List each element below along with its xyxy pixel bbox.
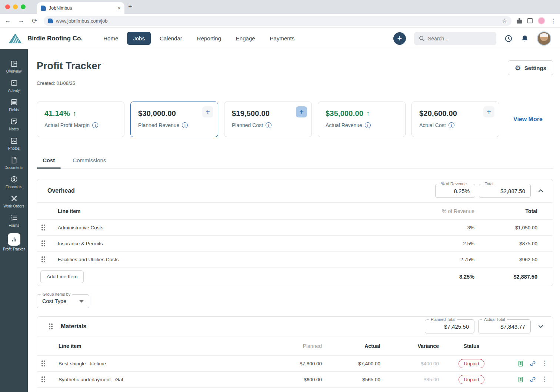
tab-close-icon[interactable]: ×: [118, 5, 121, 11]
add-line-item-button[interactable]: Add Line Item: [40, 270, 84, 283]
collapse-chevron-down-icon[interactable]: [537, 322, 545, 330]
bookmark-star-icon[interactable]: ☆: [502, 17, 507, 24]
profit-tracker-page: Profit Tracker ⚙ Settings Created: 01/08…: [28, 49, 560, 392]
metric-card-planned-revenue[interactable]: $30,000.00 Planned Revenuei +: [130, 102, 218, 137]
extensions-icon[interactable]: [517, 18, 522, 24]
add-actual-cost-button[interactable]: +: [483, 106, 494, 117]
close-window-button[interactable]: [5, 4, 10, 9]
cost-commissions-tabs: Cost Commissions: [37, 153, 553, 169]
row-menu-icon[interactable]: ⋮: [541, 362, 548, 365]
materials-row[interactable]: Best shingle - lifetime $7,800.00 $7,400…: [37, 355, 553, 371]
view-more-link[interactable]: View More: [513, 116, 543, 123]
back-icon[interactable]: ←: [4, 17, 12, 24]
user-avatar[interactable]: [537, 31, 551, 46]
notifications-bell-icon[interactable]: [521, 34, 529, 43]
sidebar-item-profit-tracker[interactable]: Profit Tracker: [0, 233, 28, 251]
sidebar-item-fields[interactable]: Fields: [0, 98, 28, 112]
nav-home[interactable]: Home: [97, 32, 124, 45]
link-icon[interactable]: [529, 360, 536, 367]
nav-payments[interactable]: Payments: [264, 32, 301, 45]
metric-card-actual-revenue[interactable]: $35,000.00↑ Actual Revenuei: [318, 102, 406, 137]
search-input[interactable]: [428, 36, 487, 41]
overhead-total-field[interactable]: Total $2,887.50: [479, 184, 531, 198]
info-icon[interactable]: i: [365, 122, 371, 128]
info-icon[interactable]: i: [266, 122, 271, 128]
metric-card-actual-cost[interactable]: $20,600.00 Actual Costi +: [411, 102, 499, 137]
drag-handle-icon[interactable]: [49, 323, 53, 329]
tab-commissions[interactable]: Commissions: [67, 153, 112, 168]
page-title: Profit Tracker: [37, 60, 101, 72]
materials-planned-total-field[interactable]: Planned Total $7,425.50: [425, 319, 474, 333]
drag-handle-icon[interactable]: [41, 361, 45, 366]
group-items-by-select[interactable]: Group Items by Cost Type: [37, 294, 89, 308]
drag-handle-icon[interactable]: [41, 240, 45, 246]
materials-row[interactable]: 1.5in Glvnzd Nls $44.04 $49.04 $(-5.00) …: [37, 387, 553, 392]
add-planned-cost-button[interactable]: +: [296, 106, 307, 117]
nav-calendar[interactable]: Calendar: [154, 32, 188, 45]
browser-menu-icon[interactable]: ⋮: [550, 17, 556, 24]
search-bar[interactable]: [414, 32, 496, 45]
forward-icon[interactable]: →: [17, 17, 25, 24]
sidebar-item-documents[interactable]: Documents: [0, 156, 28, 170]
materials-actual-total-field[interactable]: Actual Total $7,843.77: [478, 319, 531, 333]
metric-card-actual-profit-margin[interactable]: 41.14%↑ Actual Profit Margini: [37, 102, 124, 137]
zoom-window-button[interactable]: [21, 4, 26, 9]
sidebar-item-forms[interactable]: Forms: [0, 214, 28, 227]
metric-value: $30,000.00: [138, 109, 176, 117]
col-status: Status: [439, 343, 504, 349]
collapse-chevron-up-icon[interactable]: [537, 187, 545, 195]
receipt-icon[interactable]: [517, 360, 524, 367]
tab-groups-icon[interactable]: [527, 18, 533, 23]
col-pct-revenue: % of Revenue: [415, 208, 474, 214]
receipt-icon[interactable]: [517, 376, 524, 383]
sidebar-item-notes[interactable]: Notes: [0, 117, 28, 131]
settings-button[interactable]: ⚙ Settings: [508, 60, 553, 75]
overhead-row[interactable]: Administrative Costs 3% $1,050.00: [37, 219, 553, 235]
col-planned: Planned: [270, 343, 322, 349]
dropdown-arrow-icon: [79, 300, 84, 303]
row-menu-icon[interactable]: ⋮: [541, 378, 548, 381]
history-clock-icon[interactable]: [504, 34, 513, 43]
primary-nav: Home Jobs Calendar Reporting Engage Paym…: [97, 32, 300, 45]
browser-profile-avatar[interactable]: [538, 17, 545, 24]
minimize-window-button[interactable]: [13, 4, 18, 9]
drag-handle-icon[interactable]: [41, 376, 45, 382]
url-text[interactable]: www.jobnimbus.com/job: [56, 18, 499, 24]
overhead-pct-of-revenue-field[interactable]: % of Revenue 8.25%: [435, 184, 475, 198]
sidebar-item-work-orders[interactable]: Work Orders: [0, 195, 28, 208]
browser-toolbar: ← → ⟳ www.jobnimbus.com/job ☆ ⋮: [0, 14, 560, 28]
sidebar-item-photos[interactable]: Photos: [0, 137, 28, 150]
metric-value: $20,600.00: [419, 109, 457, 117]
new-tab-button[interactable]: +: [128, 3, 132, 11]
window-controls[interactable]: [5, 4, 26, 9]
info-icon[interactable]: i: [449, 122, 454, 128]
tab-title: JobNimbus: [49, 6, 115, 11]
sidebar-item-activity[interactable]: Activity: [0, 79, 28, 93]
drag-handle-icon[interactable]: [41, 225, 45, 230]
overhead-title: Overhead: [47, 187, 75, 194]
sidebar-item-overview[interactable]: Overview: [0, 60, 28, 73]
metric-card-planned-cost[interactable]: $19,500.00 Planned Costi +: [224, 102, 312, 137]
metric-label: Planned Cost: [232, 122, 263, 128]
info-icon[interactable]: i: [182, 122, 188, 128]
tab-cost[interactable]: Cost: [37, 153, 61, 168]
company-name: Birdie Roofing Co.: [27, 35, 83, 42]
materials-section: Materials Planned Total $7,425.50 Actual…: [37, 316, 553, 392]
address-bar[interactable]: www.jobnimbus.com/job ☆: [44, 16, 511, 26]
sidebar-item-financials[interactable]: Financials: [0, 175, 28, 189]
quick-add-button[interactable]: +: [393, 32, 406, 45]
drag-handle-icon[interactable]: [41, 256, 45, 262]
gear-icon: ⚙: [515, 64, 521, 72]
nav-engage[interactable]: Engage: [230, 32, 261, 45]
nav-reporting[interactable]: Reporting: [191, 32, 227, 45]
overhead-row[interactable]: Insurance & Permits 2.5% $875.00: [37, 235, 553, 251]
nav-jobs[interactable]: Jobs: [127, 32, 151, 45]
browser-tab[interactable]: JobNimbus ×: [37, 2, 124, 14]
materials-row[interactable]: Synthetic underlayment - Gaf $600.00 $56…: [37, 371, 553, 387]
info-icon[interactable]: i: [92, 122, 98, 128]
overhead-row[interactable]: Facilities and Utilities Costs 2.75% $96…: [37, 251, 553, 267]
link-icon[interactable]: [529, 376, 536, 383]
add-planned-revenue-button[interactable]: +: [202, 106, 213, 117]
reload-icon[interactable]: ⟳: [30, 17, 39, 25]
fields-icon: [10, 98, 18, 106]
